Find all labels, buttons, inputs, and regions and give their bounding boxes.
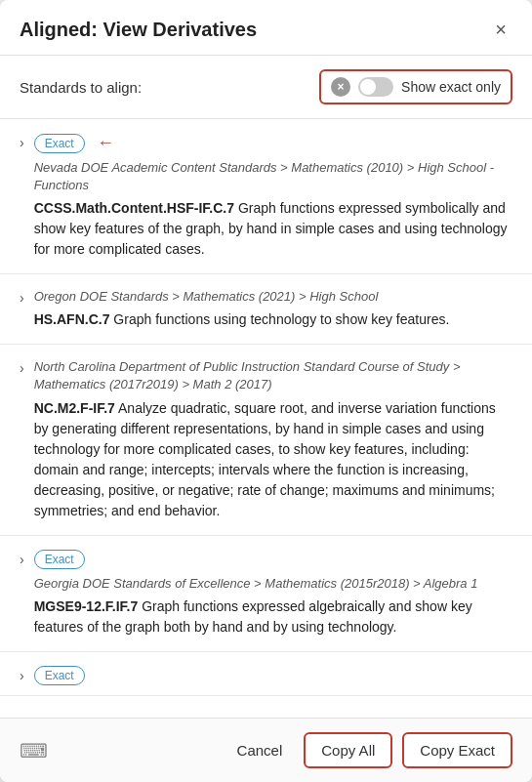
exact-badge-4: Exact [34,550,85,569]
standard-text-3: NC.M2.F-IF.7 Analyze quadratic, square r… [34,398,512,521]
standard-desc-2: Graph functions using technology to show… [109,311,449,327]
standard-item-5: › Exact [0,652,532,696]
breadcrumb-4: Georgia DOE Standards of Excellence > Ma… [34,575,512,593]
standard-code-1: CCSS.Math.Content.HSF-IF.C.7 [34,200,234,216]
toggle-x-button[interactable]: × [331,77,350,97]
modal-footer: ⌨ Cancel Copy All Copy Exact [0,718,532,782]
copy-exact-button[interactable]: Copy Exact [402,732,512,768]
copy-all-button[interactable]: Copy All [304,732,392,768]
standards-bar: Standards to align: × Show exact only [0,56,532,119]
standard-item-1: › Exact ← Nevada DOE Academic Content St… [0,119,532,274]
breadcrumb-1: Nevada DOE Academic Content Standards > … [34,159,512,194]
show-exact-toggle: × Show exact only [319,69,512,104]
standard-content-1: Exact ← Nevada DOE Academic Content Stan… [34,133,512,260]
breadcrumb-2: Oregon DOE Standards > Mathematics (2021… [34,288,512,306]
standard-content-4: Exact Georgia DOE Standards of Excellenc… [34,550,512,638]
arrow-indicator-1: ← [97,133,114,153]
standard-code-4: MGSE9-12.F.IF.7 [34,598,139,614]
standard-text-4: MGSE9-12.F.IF.7 Graph functions expresse… [34,597,512,638]
keyboard-icon: ⌨ [20,739,48,762]
cancel-button[interactable]: Cancel [225,734,295,766]
modal-title: Aligned: View Derivatives [20,19,257,41]
standard-item-2: › Oregon DOE Standards > Mathematics (20… [0,274,532,345]
exact-badge-5: Exact [34,666,85,685]
standard-content-3: North Carolina Department of Public Inst… [34,358,512,520]
exact-badge-1: Exact [34,134,85,153]
standard-code-2: HS.AFN.C.7 [34,311,110,327]
standard-item-3: › North Carolina Department of Public In… [0,345,532,535]
standard-item-4: › Exact Georgia DOE Standards of Excelle… [0,536,532,652]
standard-desc-3: Analyze quadratic, square root, and inve… [34,400,496,518]
chevron-icon-1[interactable]: › [20,135,24,150]
standard-text-2: HS.AFN.C.7 Graph functions using technol… [34,309,512,330]
modal-container: Aligned: View Derivatives × Standards to… [0,0,532,782]
content-area: › Exact ← Nevada DOE Academic Content St… [0,119,532,718]
toggle-switch[interactable] [358,77,393,97]
chevron-icon-3[interactable]: › [20,360,24,376]
chevron-icon-2[interactable]: › [20,290,24,306]
standard-content-2: Oregon DOE Standards > Mathematics (2021… [34,288,512,330]
standard-content-5: Exact [34,666,512,691]
standards-label: Standards to align: [20,79,142,96]
modal-header: Aligned: View Derivatives × [0,0,532,56]
show-exact-label: Show exact only [401,79,501,95]
breadcrumb-3: North Carolina Department of Public Inst… [34,358,512,393]
chevron-icon-5[interactable]: › [20,668,24,683]
close-button[interactable]: × [489,18,512,41]
standard-text-1: CCSS.Math.Content.HSF-IF.C.7 Graph funct… [34,198,512,260]
standard-code-3: NC.M2.F-IF.7 [34,400,115,416]
chevron-icon-4[interactable]: › [20,552,24,567]
